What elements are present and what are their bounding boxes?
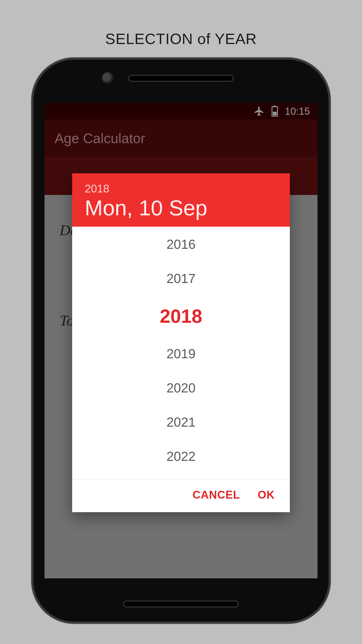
year-option[interactable]: 2020 xyxy=(156,375,206,400)
ok-button[interactable]: OK xyxy=(258,489,275,501)
year-option[interactable]: 2017 xyxy=(156,266,206,291)
year-option[interactable]: 2019 xyxy=(156,341,206,366)
year-option[interactable]: 2016 xyxy=(156,232,206,257)
year-list[interactable]: 2016 2017 2018 2019 2020 2021 2022 xyxy=(72,227,290,479)
phone-camera xyxy=(102,72,114,84)
dialog-header-year[interactable]: 2018 xyxy=(85,182,277,195)
year-option[interactable]: 2022 xyxy=(156,444,206,469)
phone-speaker-bottom xyxy=(31,600,331,608)
year-option-selected[interactable]: 2018 xyxy=(150,300,212,332)
cancel-button[interactable]: CANCEL xyxy=(193,489,240,501)
year-option[interactable]: 2021 xyxy=(156,410,206,435)
phone-speaker-top xyxy=(31,75,331,82)
date-picker-dialog: 2018 Mon, 10 Sep 2016 2017 2018 2019 202… xyxy=(72,173,290,512)
phone-screen: 10:15 Age Calculator Da To 2018 Mon, 10 … xyxy=(44,103,318,578)
phone-frame: 10:15 Age Calculator Da To 2018 Mon, 10 … xyxy=(31,58,331,624)
dialog-actions: CANCEL OK xyxy=(72,479,290,512)
dialog-header-date[interactable]: Mon, 10 Sep xyxy=(85,196,277,219)
page-caption: SELECTION of YEAR xyxy=(105,30,257,48)
dialog-header: 2018 Mon, 10 Sep xyxy=(72,173,290,227)
